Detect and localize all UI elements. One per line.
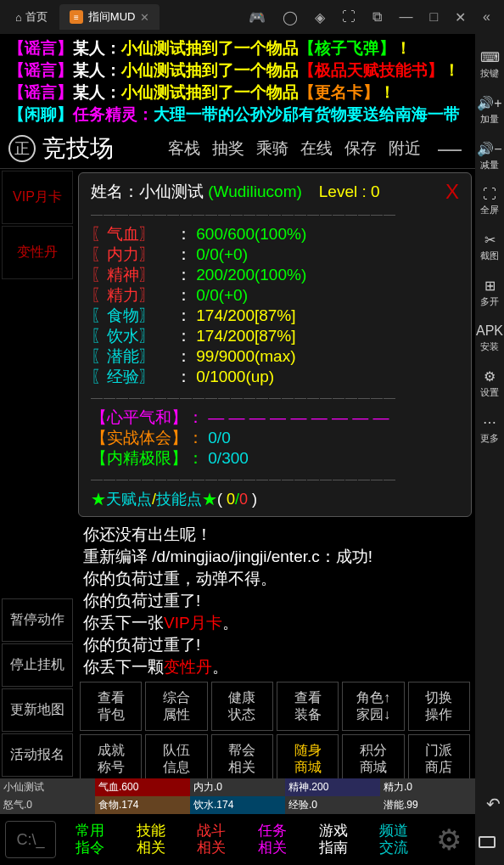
stat-row: 〖饮水〗： 174/200[87%]: [91, 326, 459, 346]
status-cell: 饮水.174: [190, 796, 285, 814]
action-积分商城[interactable]: 积分商城: [342, 734, 404, 778]
stat-row: 〖精力〗： 0/0(+0): [91, 285, 459, 306]
rightbar-加量[interactable]: 🔊+加量: [477, 95, 501, 126]
location-icon: 正: [8, 135, 36, 162]
bell-icon[interactable]: ◈: [308, 9, 332, 25]
home-rect-icon[interactable]: [479, 836, 496, 848]
action-切换操作[interactable]: 切换操作: [408, 682, 470, 731]
loc-btn-乘骑[interactable]: 乘骑: [251, 138, 294, 160]
chat-line: 【谣言】某人：小仙测试抽到了一个物品【更名卡】！: [8, 81, 467, 104]
game-area: 姓名：小仙测试 (Wudiliucom) Level : 0 X ———————…: [75, 169, 475, 778]
tab-close-icon[interactable]: ✕: [140, 11, 149, 24]
stat-row: 〖潜能〗： 99/9000(max): [91, 346, 459, 367]
back-arrow-icon[interactable]: ↶: [486, 794, 501, 814]
game-line: 你丢下一张VIP月卡。: [83, 612, 467, 634]
rightbar-全屏[interactable]: ⛶全屏: [480, 187, 499, 216]
loc-btn-保存[interactable]: 保存: [339, 138, 382, 160]
titlebar: ⌂首页 ≡ 指间MUD ✕ 🎮 ◯ ◈ ⛶ ⧉ — □ ✕ «: [0, 0, 504, 34]
rightbar-减量[interactable]: 🔊−减量: [477, 141, 501, 171]
home-button[interactable]: ⌂首页: [7, 9, 56, 25]
game-line: 你的负荷过重了!: [83, 634, 467, 656]
collapse-icon[interactable]: «: [476, 9, 497, 25]
rightbar-安装[interactable]: APK安装: [476, 323, 503, 353]
action-队伍信息[interactable]: 队伍信息: [145, 734, 207, 778]
rightbar-设置[interactable]: ⚙设置: [480, 368, 499, 399]
loc-btn-抽奖[interactable]: 抽奖: [207, 138, 249, 160]
action-成就称号[interactable]: 成就称号: [80, 734, 142, 778]
action-查看装备[interactable]: 查看装备: [277, 682, 339, 731]
bottom-战斗[interactable]: 战斗相关: [181, 821, 242, 858]
gear-icon[interactable]: ⚙: [428, 823, 470, 857]
status-cell: 内力.0: [190, 778, 285, 796]
status-cell: 食物.174: [95, 796, 190, 814]
action-门派商店[interactable]: 门派商店: [408, 734, 470, 778]
rightbar-label: 减量: [480, 159, 499, 171]
name-label: 姓名：: [91, 183, 139, 200]
chat-line: 【闲聊】任务精灵：大理一带的公孙沙郈有货物要送给南海一带: [8, 104, 467, 126]
status-cell: 气血.600: [95, 778, 190, 796]
level-value: 0: [371, 183, 380, 200]
leftbtn-更新地图[interactable]: 更新地图: [2, 688, 73, 732]
action-帮会相关[interactable]: 帮会相关: [211, 734, 273, 778]
rightbar-label: 更多: [480, 432, 499, 445]
gamepad-icon[interactable]: 🎮: [242, 9, 272, 25]
copy-icon[interactable]: ⧉: [366, 9, 389, 25]
action-角色↑家园↓[interactable]: 角色↑家园↓: [342, 682, 404, 731]
action-健康状态[interactable]: 健康状态: [211, 682, 273, 731]
leftbtn-暂停动作[interactable]: 暂停动作: [2, 598, 73, 642]
rightbar-多开[interactable]: ⊞多开: [480, 278, 499, 308]
maximize-icon[interactable]: □: [423, 9, 445, 25]
rightbar-label: 设置: [480, 386, 499, 399]
location-collapse[interactable]: —: [433, 135, 467, 162]
expand-icon[interactable]: ⛶: [335, 9, 362, 25]
game-line: 重新编译 /d/mingjiao/jingji/enter.c：成功!: [83, 546, 467, 568]
status-bars: 小仙测试气血.600内力.0精神.200精力.0怒气.0食物.174饮水.174…: [0, 778, 475, 814]
char-name: 小仙测试: [139, 183, 204, 200]
chat-line: 【谣言】某人：小仙测试抽到了一个物品【极品天赋技能书】！: [8, 59, 467, 81]
user-icon[interactable]: ◯: [276, 9, 305, 25]
rightbar-更多[interactable]: ⋯更多: [480, 414, 499, 445]
game-output: 你还没有出生呢！重新编译 /d/mingjiao/jingji/enter.c：…: [78, 524, 472, 678]
popup-close-button[interactable]: X: [445, 180, 459, 204]
rightbar-label: 全屏: [480, 204, 499, 216]
stats-popup: 姓名：小仙测试 (Wudiliucom) Level : 0 X ———————…: [78, 172, 472, 517]
item-VIP月卡[interactable]: VIP月卡: [2, 171, 73, 224]
rightbar-icon: ⌨: [480, 49, 500, 65]
bottom-常用[interactable]: 常用指令: [59, 821, 120, 858]
location-name: 竞技场: [42, 132, 156, 165]
rightbar-按键[interactable]: ⌨按键: [480, 49, 500, 80]
stat-extra-row: 【实战体会】： 0/0: [91, 428, 459, 448]
home-label: 首页: [25, 9, 48, 25]
bottom-技能[interactable]: 技能相关: [120, 821, 182, 858]
bottom-频道[interactable]: 频道交流: [363, 821, 424, 858]
app-tab[interactable]: ≡ 指间MUD ✕: [59, 4, 160, 30]
status-cell: 怒气.0: [0, 796, 95, 814]
rightbar-icon: 🔊+: [477, 95, 501, 111]
bottom-游戏[interactable]: 游戏指南: [303, 821, 364, 858]
console-button[interactable]: C:\_: [5, 821, 56, 858]
action-查看背包[interactable]: 查看背包: [80, 682, 142, 731]
bottom-任务[interactable]: 任务相关: [242, 821, 303, 858]
game-line: 你的负荷过重了!: [83, 590, 467, 612]
action-随身商城[interactable]: 随身商城: [277, 734, 339, 778]
chat-line: 【谣言】某人：小仙测试抽到了一个物品【核子飞弹】！: [8, 37, 467, 59]
status-cell: 精力.0: [380, 778, 475, 796]
loc-btn-在线[interactable]: 在线: [295, 138, 338, 160]
action-综合属性[interactable]: 综合属性: [145, 682, 207, 731]
home-icon: ⌂: [15, 11, 22, 24]
item-变性丹[interactable]: 变性丹: [2, 226, 73, 279]
talent-points: ★天赋点/技能点★( 0/0 ): [91, 489, 459, 509]
minimize-icon[interactable]: —: [392, 9, 419, 25]
status-cell: 小仙测试: [0, 778, 95, 796]
rightbar-icon: ✂: [484, 232, 496, 248]
rightbar-icon: 🔊−: [477, 141, 501, 157]
status-cell: 潜能.99: [380, 796, 475, 814]
leftbtn-停止挂机[interactable]: 停止挂机: [2, 643, 73, 687]
rightbar-icon: ⛶: [483, 187, 496, 202]
loc-btn-附近[interactable]: 附近: [384, 138, 426, 160]
close-icon[interactable]: ✕: [448, 9, 473, 25]
rightbar-label: 按键: [480, 67, 499, 80]
leftbtn-活动报名[interactable]: 活动报名: [2, 733, 73, 777]
rightbar-截图[interactable]: ✂截图: [480, 232, 499, 262]
loc-btn-客栈[interactable]: 客栈: [163, 138, 205, 160]
